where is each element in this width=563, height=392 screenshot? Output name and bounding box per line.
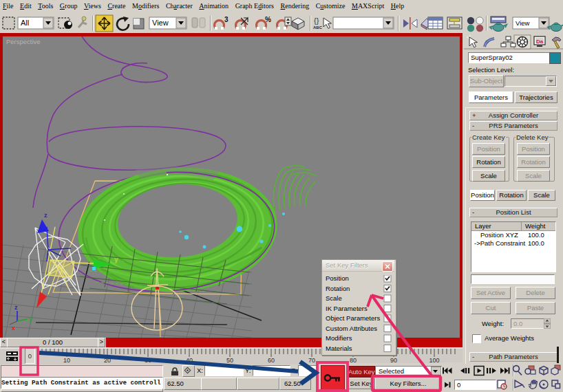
svg-text:3: 3	[224, 16, 229, 23]
svg-text:60: 60	[268, 357, 275, 364]
svg-text:All: All	[21, 19, 29, 27]
svg-text:x: x	[12, 325, 15, 331]
svg-text:70: 70	[308, 357, 315, 364]
svg-text:%: %	[265, 16, 271, 23]
svg-text:y: y	[29, 316, 32, 323]
svg-text:z: z	[44, 212, 47, 219]
svg-text:y: y	[114, 256, 118, 263]
svg-text:40: 40	[186, 357, 193, 364]
svg-text:50: 50	[226, 357, 233, 364]
svg-text:Da: Da	[536, 39, 544, 45]
svg-text:10: 10	[63, 357, 70, 364]
svg-text:View: View	[516, 19, 530, 27]
svg-text:ABC: ABC	[313, 25, 323, 30]
svg-text:Perspective: Perspective	[6, 38, 41, 45]
svg-text:View: View	[152, 19, 169, 27]
svg-text:30: 30	[145, 357, 151, 364]
svg-text:{}: {}	[314, 17, 319, 25]
svg-text:20: 20	[104, 357, 111, 364]
svg-text:z: z	[14, 304, 18, 311]
